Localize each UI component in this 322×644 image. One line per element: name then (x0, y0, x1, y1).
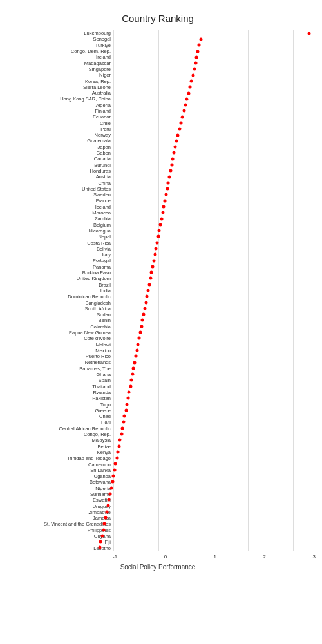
y-label: Benin (99, 317, 111, 323)
data-dot (200, 37, 203, 41)
data-dot (166, 187, 169, 191)
data-dot (162, 205, 166, 209)
data-dot (120, 426, 124, 430)
y-label: Singapore (89, 66, 111, 72)
y-label: Norway (95, 132, 111, 138)
y-label: Chad (99, 413, 111, 419)
y-label: Congo, Rep. (84, 431, 111, 437)
data-dot (152, 259, 155, 262)
data-dot (194, 62, 197, 65)
y-label: Nicaragua (89, 228, 111, 234)
data-dot (171, 157, 175, 160)
y-label: Austria (96, 174, 111, 180)
data-dot (125, 402, 128, 406)
data-dot (134, 355, 137, 358)
y-label: Nigeria (95, 486, 111, 491)
y-label: Iceland (95, 204, 111, 210)
y-label: Algeria (96, 102, 111, 108)
chart-container: Country Ranking LuxembourgSenegalTurkiye… (0, 0, 322, 596)
y-label: Sri Lanka (90, 468, 111, 473)
y-label: Zambia (95, 216, 111, 222)
data-dot (109, 492, 112, 495)
y-label: St. Vincent and the Grenadines (44, 521, 111, 527)
y-label: Luxembourg (84, 30, 111, 36)
data-dot (307, 32, 310, 35)
y-label: Netherlands (85, 359, 111, 365)
chart-area: LuxembourgSenegalTurkiyeCongo, Dem. Rep.… (0, 30, 316, 551)
data-dot (180, 115, 184, 118)
data-dot (116, 450, 119, 453)
data-dot (158, 229, 161, 232)
y-label: Peru (100, 126, 111, 132)
y-label: Nepal (98, 234, 111, 240)
data-dot (105, 510, 108, 513)
y-label: India (100, 288, 111, 294)
data-dot (144, 301, 147, 304)
data-dot (149, 277, 152, 280)
data-dot (156, 241, 159, 244)
data-dot (170, 163, 173, 166)
data-dot (191, 73, 194, 77)
y-label: China (98, 180, 111, 185)
y-label: Botswana (90, 479, 111, 485)
y-label: Kenya (97, 450, 111, 455)
y-label: Burundi (94, 162, 111, 168)
y-label: Trinidad and Tobago (67, 455, 111, 461)
y-label: Pakistan (92, 395, 111, 401)
y-label: Morocco (92, 210, 111, 216)
data-dot (104, 516, 108, 520)
y-label: Portugal (93, 258, 111, 263)
data-dot (118, 439, 122, 442)
y-label: Niger (99, 72, 111, 78)
data-dot (188, 86, 191, 89)
x-axis-label: 3 (313, 554, 316, 560)
y-label: Fiji (104, 539, 111, 545)
data-dot (127, 397, 130, 400)
y-labels: LuxembourgSenegalTurkiyeCongo, Dem. Rep.… (0, 30, 113, 551)
y-label: Papua New Guinea (69, 330, 111, 336)
data-dot (120, 432, 123, 435)
y-label: Belize (98, 443, 111, 449)
data-dot (164, 193, 167, 196)
data-dot (197, 44, 200, 47)
data-dot (108, 498, 111, 502)
data-dot (106, 504, 109, 507)
data-dot (195, 55, 198, 59)
data-dot (128, 390, 131, 393)
y-label: Canada (94, 156, 111, 162)
y-label: Spain (99, 377, 111, 383)
y-label: Japan (98, 144, 111, 150)
data-dot (164, 199, 167, 202)
data-dot (133, 361, 137, 364)
data-dot (173, 151, 176, 155)
data-dot (151, 265, 155, 268)
y-label: United States (82, 186, 111, 192)
data-dot (132, 366, 135, 370)
data-dot (103, 522, 106, 526)
dots-layer (113, 30, 316, 551)
y-label: Brazil (99, 281, 111, 287)
data-dot (140, 325, 143, 328)
data-dot (113, 468, 117, 471)
y-label: Hong Kong SAR, China (60, 96, 111, 102)
data-dot (161, 211, 164, 214)
x-axis-labels: -10123 (0, 551, 316, 560)
data-dot (141, 319, 144, 322)
y-label: Haiti (101, 419, 111, 425)
x-axis-label: 0 (164, 554, 167, 560)
y-label: Bolivia (97, 246, 111, 252)
y-label: Costa Rica (87, 240, 111, 245)
y-label: Lesotho (93, 545, 111, 551)
data-dot (147, 289, 150, 292)
y-label: Honduras (90, 168, 111, 174)
data-dot (138, 337, 141, 340)
x-axis-label: -1 (113, 554, 117, 560)
y-label: Philippines (88, 527, 111, 533)
y-label: Ireland (96, 54, 111, 60)
data-dot (167, 181, 170, 184)
data-dot (115, 457, 118, 460)
data-dot (135, 348, 138, 352)
data-dot (189, 79, 193, 82)
data-dot (178, 128, 181, 131)
y-label: Korea, Rep. (85, 78, 111, 84)
